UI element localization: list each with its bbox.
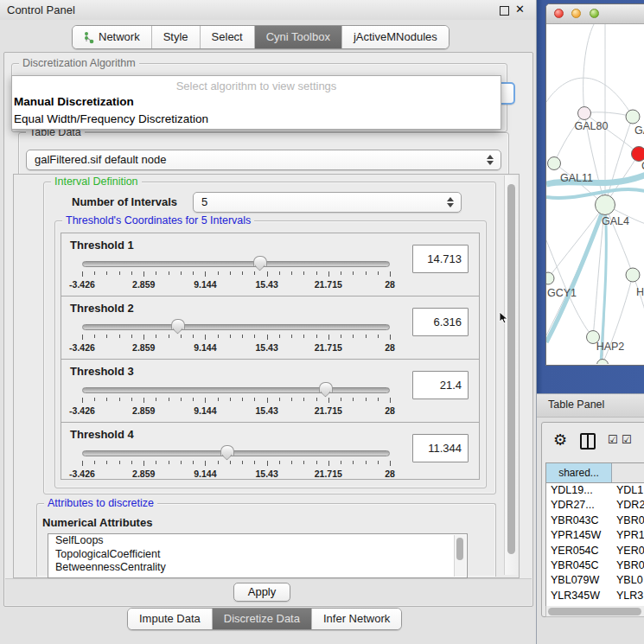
table-cell[interactable]: YLR3 bbox=[612, 589, 644, 603]
network-node-gal80[interactable] bbox=[578, 107, 591, 120]
slider-tick-labels: -3.4262.8599.14415.4321.71528 bbox=[82, 279, 390, 290]
table-cell[interactable]: YBL0 bbox=[612, 573, 644, 588]
checkbox-checked-icon[interactable]: ☑ bbox=[608, 433, 618, 446]
tab-style[interactable]: Style bbox=[152, 26, 201, 48]
table-cell[interactable]: YER054C bbox=[546, 544, 612, 558]
close-traffic-light-icon[interactable] bbox=[554, 9, 564, 18]
threshold-value-field[interactable]: 14.713 bbox=[412, 245, 469, 273]
table-cell[interactable]: YBL079W bbox=[546, 573, 612, 588]
table-horizontal-scrollbar[interactable] bbox=[545, 606, 644, 617]
network-node-bottom-node[interactable] bbox=[597, 360, 609, 365]
network-node-label: GAL11 bbox=[560, 172, 593, 184]
table-data-combobox[interactable]: galFiltered.sif default node bbox=[26, 150, 501, 170]
interval-definition-title: Interval Definition bbox=[51, 175, 142, 188]
threshold-panel: Threshold 1-3.4262.8599.14415.4321.71528… bbox=[61, 233, 479, 296]
slider-thumb[interactable] bbox=[253, 256, 267, 266]
network-edge[interactable] bbox=[546, 205, 605, 342]
numerical-attributes-label: Numerical Attributes bbox=[42, 516, 152, 529]
threshold-slider[interactable]: -3.4262.8599.14415.4321.71528 bbox=[82, 256, 390, 290]
algorithm-option[interactable]: Equal Width/Frequency Discretization bbox=[12, 111, 501, 128]
network-canvas[interactable]: GAL80GACGAL11GAL4GCY1HHAP2 bbox=[546, 24, 644, 364]
node-table[interactable]: shared...name YDL19...YDL1YDR27...YDR2YB… bbox=[545, 462, 644, 608]
tab-network[interactable]: Network bbox=[73, 26, 152, 48]
tab-infer-network[interactable]: Infer Network bbox=[312, 609, 401, 629]
tab-jactivemnodules[interactable]: jActiveMNodules bbox=[342, 26, 449, 48]
slider-track[interactable] bbox=[82, 387, 390, 393]
network-node-gcy1[interactable] bbox=[546, 272, 554, 284]
table-row[interactable]: YDR27...YDR2 bbox=[546, 498, 644, 513]
slider-thumb[interactable] bbox=[220, 445, 234, 456]
threshold-slider[interactable]: -3.4262.8599.14415.4321.71528 bbox=[82, 445, 390, 480]
slider-thumb[interactable] bbox=[319, 382, 333, 392]
network-view-window: GAL80GACGAL11GAL4GCY1HHAP2 bbox=[545, 3, 644, 366]
table-cell[interactable]: YBR045C bbox=[546, 558, 612, 573]
slider-track[interactable] bbox=[82, 324, 390, 330]
table-cell[interactable]: YDL1 bbox=[612, 483, 644, 498]
tab-cyni-toolbox[interactable]: Cyni Toolbox bbox=[255, 26, 342, 48]
threshold-slider[interactable]: -3.4262.8599.14415.4321.71528 bbox=[82, 319, 390, 354]
settings-vertical-scrollbar[interactable] bbox=[504, 175, 518, 575]
numerical-attributes-list[interactable]: SelfLoopsTopologicalCoefficientBetweenne… bbox=[48, 533, 468, 578]
table-column-header[interactable]: name bbox=[612, 463, 644, 482]
table-row[interactable]: YER054CYER0 bbox=[546, 544, 644, 558]
network-edge[interactable] bbox=[583, 24, 594, 113]
zoom-traffic-light-icon[interactable] bbox=[590, 9, 599, 18]
float-window-icon[interactable] bbox=[500, 6, 509, 16]
table-cell[interactable]: YBR0 bbox=[612, 558, 644, 573]
number-of-intervals-label: Number of Intervals bbox=[72, 195, 177, 208]
table-cell[interactable]: YDL19... bbox=[546, 483, 612, 498]
table-row[interactable]: YPR145WYPR1 bbox=[546, 528, 644, 543]
attribute-list-item[interactable]: TopologicalCoefficient bbox=[48, 548, 467, 562]
threshold-panel: Threshold 3-3.4262.8599.14415.4321.71528… bbox=[61, 360, 479, 423]
columns-icon[interactable] bbox=[580, 433, 596, 450]
apply-button[interactable]: Apply bbox=[233, 583, 290, 602]
number-of-intervals-combobox[interactable]: 5 bbox=[193, 192, 462, 213]
threshold-value-field[interactable]: 6.316 bbox=[412, 308, 469, 336]
table-cell[interactable]: YPR145W bbox=[546, 528, 612, 543]
slider-track[interactable] bbox=[82, 261, 390, 267]
network-node-h-node[interactable] bbox=[626, 268, 640, 282]
tab-label: Infer Network bbox=[323, 609, 390, 629]
attribute-list-item[interactable]: BetweennessCentrality bbox=[48, 561, 467, 575]
network-node-gal11[interactable] bbox=[548, 157, 561, 170]
table-cell[interactable]: YBR043C bbox=[546, 513, 612, 528]
table-cell[interactable]: YDR27... bbox=[546, 498, 612, 513]
network-node-gal4[interactable] bbox=[596, 195, 615, 215]
threshold-slider[interactable]: -3.4262.8599.14415.4321.71528 bbox=[82, 382, 390, 417]
table-row[interactable]: YLR345WYLR3 bbox=[546, 589, 644, 603]
stepper-arrows-icon bbox=[487, 154, 494, 166]
algorithm-option[interactable]: Manual Discretization bbox=[12, 93, 501, 111]
tab-label: Discretize Data bbox=[224, 609, 300, 629]
slider-track[interactable] bbox=[82, 450, 390, 456]
list-scrollbar[interactable] bbox=[454, 535, 466, 577]
network-edge[interactable] bbox=[548, 205, 605, 278]
table-cell[interactable]: YER0 bbox=[612, 544, 644, 558]
close-icon[interactable]: ✕ bbox=[515, 3, 525, 16]
tab-select[interactable]: Select bbox=[201, 26, 255, 48]
gear-icon[interactable]: ⚙ bbox=[553, 430, 567, 449]
table-row[interactable]: YBR043CYBR0 bbox=[546, 513, 644, 528]
slider-thumb[interactable] bbox=[171, 319, 185, 329]
tab-label: jActiveMNodules bbox=[354, 26, 437, 48]
table-row[interactable]: YBL079WYBL0 bbox=[546, 573, 644, 588]
table-cell[interactable]: YPR1 bbox=[612, 528, 644, 543]
network-node-label: GCY1 bbox=[547, 287, 577, 299]
threshold-value-field[interactable]: 11.344 bbox=[412, 434, 469, 462]
table-body: YDL19...YDL1YDR27...YDR2YBR043CYBR0YPR14… bbox=[546, 483, 644, 608]
table-cell[interactable]: YLR345W bbox=[546, 589, 612, 603]
table-cell[interactable]: YBR0 bbox=[612, 513, 644, 528]
table-row[interactable]: YBR045CYBR0 bbox=[546, 558, 644, 573]
network-node-red-node[interactable] bbox=[632, 147, 644, 162]
table-column-header[interactable]: shared... bbox=[546, 463, 612, 482]
table-row[interactable]: YDL19...YDL1 bbox=[546, 483, 644, 498]
tab-discretize-data[interactable]: Discretize Data bbox=[213, 609, 312, 629]
table-panel: Table Panel ⚙ ☑ ☑ shared...name YDL19...… bbox=[537, 393, 644, 644]
threshold-value-field[interactable]: 21.4 bbox=[412, 371, 469, 399]
attribute-list-item[interactable]: SelfLoops bbox=[48, 534, 467, 548]
table-cell[interactable]: YDR2 bbox=[612, 498, 644, 513]
minimize-traffic-light-icon[interactable] bbox=[571, 9, 581, 18]
network-node-top-right[interactable] bbox=[626, 110, 640, 124]
tab-impute-data[interactable]: Impute Data bbox=[128, 609, 213, 629]
checkbox-checked-icon[interactable]: ☑ bbox=[622, 433, 632, 446]
network-node-label: GAL80 bbox=[575, 120, 609, 132]
